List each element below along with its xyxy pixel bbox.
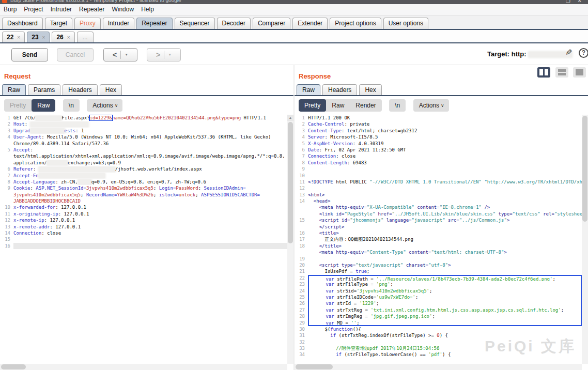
code-text[interactable]: <link id="PageStyle" href="../JHSoft.UI.…	[308, 211, 582, 217]
layout-single-button[interactable]	[573, 67, 586, 78]
code-text[interactable]: Accept:	[13, 147, 287, 153]
scroll-up-icon[interactable]: ▲	[287, 115, 293, 121]
menu-item-project[interactable]: Project	[20, 4, 47, 15]
code-text[interactable]: <meta http-equiv="X-UA-Compatible" conte…	[308, 204, 582, 210]
response-vertical-scrollbar[interactable]	[582, 115, 588, 364]
code-text[interactable]: Upgradests: 1	[13, 128, 287, 134]
code-text[interactable]	[13, 243, 287, 249]
tab-hex[interactable]: Hex	[100, 84, 122, 95]
code-text[interactable]: x-remote-addr: 127.0.0.1	[13, 224, 287, 230]
code-text[interactable]: Content-Type: text/html; charset=gb2312	[308, 128, 582, 134]
menu-item-repeater[interactable]: Repeater	[75, 4, 108, 15]
menu-item-burp[interactable]: Burp	[0, 4, 20, 15]
tab-params[interactable]: Params	[28, 84, 60, 95]
edit-target-icon[interactable]: ✎	[565, 48, 572, 57]
tab-decoder[interactable]: Decoder	[217, 18, 251, 29]
code-text[interactable]: application/exchange;v=b3;q=0.9	[13, 160, 287, 166]
code-text[interactable]: Host:	[13, 121, 287, 127]
repeater-tab-23[interactable]: 23×	[27, 32, 50, 42]
code-text[interactable]: IsUsePdf = true;	[308, 268, 582, 274]
code-text[interactable]: Chrome/89.0.4389.114 Safari/537.36	[13, 141, 287, 147]
scrollbar-thumb[interactable]	[288, 122, 293, 243]
code-text[interactable]: <!DOCTYPE html PUBLIC "-//W3C//DTD XHTML…	[308, 179, 582, 185]
newline-toggle-button[interactable]: \n	[63, 99, 80, 112]
repeater-tab-tab[interactable]: ...	[77, 32, 94, 42]
request-vertical-scrollbar[interactable]: ▲	[287, 115, 293, 364]
code-text[interactable]: x-originating-ip: 127.0.0.1	[13, 211, 287, 217]
code-text[interactable]: JABBIADDOEMBBIDHOCBBCAID	[13, 198, 287, 204]
layout-rows-button[interactable]	[555, 67, 568, 78]
code-text[interactable]: X-AspNet-Version: 4.0.30319	[308, 141, 582, 147]
scrollbar-thumb[interactable]	[1, 364, 26, 369]
menu-item-help[interactable]: Help	[137, 4, 158, 15]
code-text[interactable]: <head>	[308, 198, 582, 204]
tab-sequencer[interactable]: Sequencer	[175, 18, 215, 29]
code-text[interactable]	[308, 166, 582, 172]
tab-comparer[interactable]: Comparer	[253, 18, 290, 29]
code-text[interactable]: Cache-Control: private	[308, 121, 582, 127]
tab-repeater[interactable]: Repeater	[136, 18, 172, 29]
code-text[interactable]: </script>	[308, 224, 582, 230]
code-text[interactable]: text/html,application/xhtml+xml,applicat…	[13, 153, 287, 159]
code-text[interactable]: Date: Fri, 02 Apr 2021 11:32:50 GMT	[308, 147, 582, 153]
view-toggle-pretty[interactable]: Pretty	[299, 99, 326, 112]
response-editor[interactable]: 1HTTP/1.1 200 OK2Cache-Control: private3…	[295, 115, 582, 364]
code-text[interactable]	[308, 185, 582, 191]
request-editor[interactable]: 1GET /C6/File.aspx?id=1229&name=QQ%u622A…	[0, 115, 287, 364]
code-text[interactable]: x-forwarded-for: 127.0.0.1	[13, 204, 287, 210]
tab-raw[interactable]: Raw	[297, 84, 320, 95]
code-text[interactable]: HTTP/1.1 200 OK	[308, 115, 582, 121]
code-text[interactable]: Server: Microsoft-IIS/8.5	[308, 134, 582, 140]
send-button[interactable]: Send	[11, 48, 48, 61]
maximize-icon[interactable]: ❐	[566, 0, 570, 4]
code-text[interactable]	[13, 236, 287, 242]
scrollbar-thumb[interactable]	[296, 364, 333, 369]
menu-item-window[interactable]: Window	[108, 4, 137, 15]
actions-menu-button[interactable]: Actions ∨	[413, 99, 449, 112]
code-text[interactable]: GET /C6/File.aspx?id=1229&name=QQ%u622A%…	[13, 115, 287, 121]
view-toggle-raw[interactable]: Raw	[32, 99, 55, 112]
code-text[interactable]: var strTxtReg = 'txt,ini,xml,config,htm,…	[308, 307, 582, 313]
scrollbar-thumb[interactable]	[582, 116, 587, 222]
repeater-tab-26[interactable]: 26×	[52, 32, 74, 42]
code-text[interactable]	[308, 173, 582, 179]
code-text[interactable]: var strSid='3jvpvhs410m2wdbbficax5q5';	[308, 288, 582, 294]
code-text[interactable]: Content-Length: 69483	[308, 160, 582, 166]
view-toggle-pretty[interactable]: Pretty	[4, 99, 32, 112]
help-icon[interactable]: ?	[579, 48, 588, 58]
tab-proxy[interactable]: Proxy	[74, 18, 101, 29]
code-text[interactable]: <script type="text/javascript" charset="…	[308, 262, 582, 268]
menu-item-intruder[interactable]: Intruder	[47, 4, 75, 15]
code-text[interactable]: Accept-Language: zh-CN,q=0.9, en-US;q=0.…	[13, 179, 287, 185]
code-text[interactable]: Referer: /jhsoft.web.workflat/index.aspx	[13, 166, 287, 172]
tab-dashboard[interactable]: Dashboard	[2, 18, 43, 29]
code-text[interactable]: var strId = '1229';	[308, 300, 582, 306]
newline-toggle-button[interactable]: \n	[389, 99, 406, 112]
code-text[interactable]: </title>	[308, 243, 582, 249]
code-text[interactable]: <html>	[308, 192, 582, 198]
code-text[interactable]: <meta http-equiv="Content-Type" content=…	[308, 249, 582, 255]
code-text[interactable]: <title>	[308, 230, 582, 236]
tab-hex[interactable]: Hex	[359, 84, 381, 95]
close-icon[interactable]: ✕	[578, 0, 582, 4]
view-toggle-raw[interactable]: Raw	[326, 99, 350, 112]
code-text[interactable]: Connection: close	[13, 230, 287, 236]
request-horizontal-scrollbar[interactable]	[0, 364, 287, 370]
response-horizontal-scrollbar[interactable]	[295, 364, 582, 370]
code-text[interactable]: var strImgReg = 'jpg,gif,jpeg,png,ico';	[308, 313, 582, 319]
code-text[interactable]: var strFileIDCode='us9w7xWE7do=';	[308, 294, 582, 300]
code-text[interactable]: 正文内容：QQ截图20210402134544.png	[308, 236, 582, 242]
code-text[interactable]	[308, 256, 582, 262]
code-text[interactable]: var strFilePath = '../Resource/slaves/1/…	[308, 275, 582, 281]
repeater-tab-22[interactable]: 22×	[2, 32, 25, 42]
view-toggle-render[interactable]: Render	[350, 99, 381, 112]
tab-project-options[interactable]: Project options	[330, 18, 381, 29]
close-tab-icon[interactable]: ×	[42, 35, 45, 40]
code-text[interactable]: <script id="jhcommonjs" language="javasc…	[308, 217, 582, 223]
tab-user-options[interactable]: User options	[383, 18, 428, 29]
tab-intruder[interactable]: Intruder	[103, 18, 134, 29]
code-text[interactable]: $(function(){	[308, 326, 582, 332]
tab-headers[interactable]: Headers	[322, 84, 357, 95]
close-tab-icon[interactable]: ×	[17, 35, 20, 40]
next-request-button[interactable]: > ▼	[147, 48, 181, 61]
